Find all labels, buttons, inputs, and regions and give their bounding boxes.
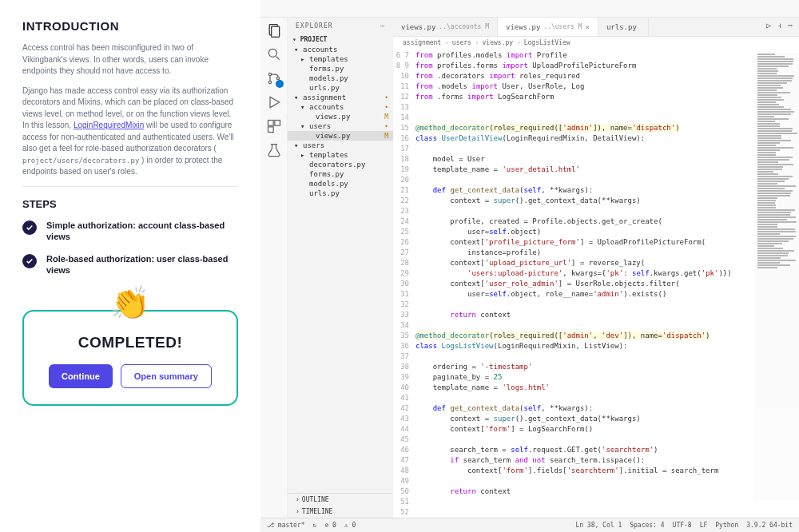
project-section[interactable]: ▾ PROJECT: [288, 34, 393, 45]
tree-node[interactable]: ▸templates: [288, 150, 393, 160]
intro-p1: Access control has been misconfigured in…: [22, 42, 238, 77]
encoding-status[interactable]: UTF-8: [673, 522, 692, 529]
split-editor-icon[interactable]: ⫞: [777, 21, 781, 30]
tree-node[interactable]: ▾users•: [288, 121, 393, 131]
minimap[interactable]: [754, 53, 799, 500]
lesson-title: INTRODUCTION: [22, 19, 238, 33]
run-icon[interactable]: ▷: [766, 21, 771, 30]
warnings-status[interactable]: ⚠ 0: [344, 522, 356, 529]
sync-icon[interactable]: ↻: [313, 522, 317, 529]
clap-icon: 👏: [110, 284, 150, 322]
file-tree: ▾accounts▸templatesforms.pymodels.pyurls…: [288, 45, 393, 493]
errors-status[interactable]: ⊘ 0: [324, 522, 336, 529]
explorer-label: EXPLORER: [296, 22, 333, 30]
language-status[interactable]: Python: [715, 522, 738, 529]
svg-point-3: [268, 73, 271, 75]
title-bar: [260, 0, 799, 18]
eol-status[interactable]: LF: [700, 522, 708, 529]
tree-node[interactable]: ▸templates: [288, 54, 393, 64]
tree-node[interactable]: ▾accounts•: [288, 102, 393, 112]
svg-rect-8: [268, 127, 273, 133]
intro-p2: Django has made access control easy via …: [22, 85, 238, 178]
scm-badge: [276, 80, 284, 88]
timeline-section[interactable]: › TIMELINE: [288, 506, 393, 518]
testing-icon[interactable]: [266, 142, 282, 158]
more-actions-icon[interactable]: ⋯: [788, 21, 793, 30]
editor-tab[interactable]: views.py..\users M×: [498, 18, 598, 36]
completed-title: COMPLETED!: [40, 334, 221, 351]
check-icon: [22, 254, 37, 268]
files-icon[interactable]: [266, 22, 282, 38]
svg-rect-6: [268, 121, 273, 126]
more-icon[interactable]: ⋯: [380, 22, 385, 30]
lesson-panel: INTRODUCTION Access control has been mis…: [0, 0, 260, 532]
svg-point-2: [268, 49, 276, 57]
mixin-link[interactable]: LoginRequiredMixin: [74, 121, 144, 129]
tree-node[interactable]: views.pyM: [288, 131, 393, 141]
tree-node[interactable]: urls.py: [288, 83, 393, 93]
tree-node[interactable]: ▾users: [288, 141, 393, 150]
step-item[interactable]: Simple authorization: account class-base…: [22, 220, 238, 243]
extensions-icon[interactable]: [266, 118, 282, 134]
cursor-position[interactable]: Ln 38, Col 1: [575, 522, 622, 529]
close-icon[interactable]: ×: [586, 23, 590, 31]
svg-rect-7: [274, 121, 280, 126]
tree-node[interactable]: ▾assignment•: [288, 93, 393, 102]
branch-status[interactable]: ⎇ master*: [267, 522, 305, 529]
continue-button[interactable]: Continue: [49, 364, 113, 388]
status-bar: ⎇ master* ↻ ⊘ 0 ⚠ 0 Ln 38, Col 1 Spaces:…: [260, 518, 799, 532]
svg-point-4: [268, 81, 271, 83]
tree-node[interactable]: ▾accounts: [288, 45, 393, 54]
python-version[interactable]: 3.9.2 64-bit: [746, 522, 793, 529]
steps-header: STEPS: [22, 186, 238, 210]
source-control-icon[interactable]: [266, 70, 282, 86]
vscode-window: EXPLORER⋯ ▾ PROJECT ▾accounts▸templatesf…: [260, 0, 799, 532]
breadcrumb[interactable]: assignmentusersviews.pyLogsListView: [393, 37, 799, 49]
run-debug-icon[interactable]: [266, 94, 282, 110]
tree-node[interactable]: decorators.py: [288, 160, 393, 169]
outline-section[interactable]: › OUTLINE: [288, 494, 393, 506]
tree-node[interactable]: models.py: [288, 179, 393, 189]
svg-rect-1: [271, 26, 279, 37]
tree-node[interactable]: forms.py: [288, 169, 393, 179]
activity-bar: [260, 18, 288, 518]
tree-node[interactable]: views.pyM: [288, 112, 393, 121]
search-icon[interactable]: [266, 46, 282, 62]
completed-card: 👏 COMPLETED! Continue Open summary: [22, 310, 238, 406]
editor-tab[interactable]: views.py..\accounts M: [393, 18, 498, 36]
open-summary-button[interactable]: Open summary: [121, 364, 212, 388]
editor-main: views.py..\accounts Mviews.py..\users M×…: [393, 18, 799, 518]
code-content[interactable]: from profiles.models import Profile from…: [415, 49, 799, 518]
tree-node[interactable]: urls.py: [288, 189, 393, 198]
editor-tab[interactable]: urls.py: [598, 18, 649, 36]
tree-node[interactable]: forms.py: [288, 64, 393, 73]
explorer-sidebar: EXPLORER⋯ ▾ PROJECT ▾accounts▸templatesf…: [288, 18, 393, 518]
editor-tabs: views.py..\accounts Mviews.py..\users M×…: [393, 18, 799, 37]
line-numbers: 6 7 8 9 10 11 12 13 14 15 16 17 18 19 20…: [393, 49, 415, 518]
step-item[interactable]: Role-based authorization: user class-bas…: [22, 253, 238, 276]
indentation-status[interactable]: Spaces: 4: [630, 522, 664, 529]
check-icon: [22, 220, 37, 235]
tree-node[interactable]: models.py: [288, 73, 393, 83]
